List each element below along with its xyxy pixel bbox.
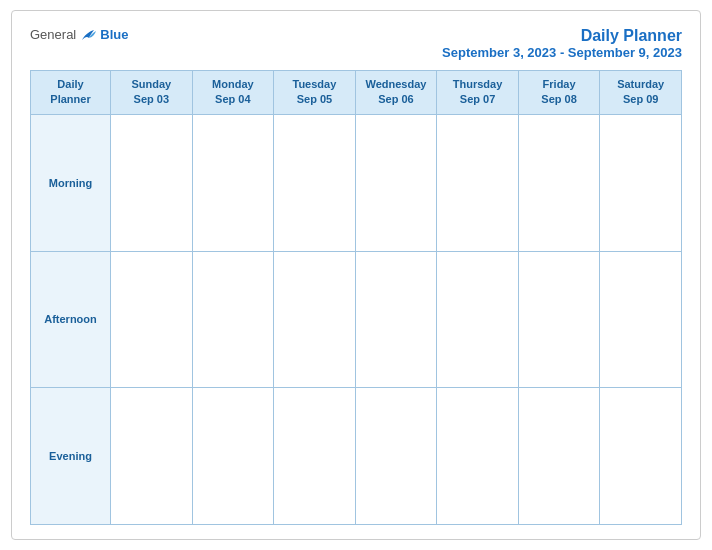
row-label-evening: Evening [31, 388, 111, 525]
cell-morning-tuesday[interactable] [274, 114, 356, 251]
header-thursday: ThursdaySep 07 [437, 71, 519, 115]
header-tuesday: TuesdaySep 05 [274, 71, 356, 115]
table-row-evening: Evening [31, 388, 682, 525]
cell-morning-wednesday[interactable] [355, 114, 437, 251]
cell-evening-monday[interactable] [192, 388, 274, 525]
cell-evening-sunday[interactable] [111, 388, 193, 525]
cell-evening-wednesday[interactable] [355, 388, 437, 525]
cell-evening-tuesday[interactable] [274, 388, 356, 525]
logo-bird-icon [80, 28, 98, 42]
cell-afternoon-tuesday[interactable] [274, 251, 356, 388]
header-saturday: SaturdaySep 09 [600, 71, 682, 115]
header-sunday: SundaySep 03 [111, 71, 193, 115]
row-label-afternoon: Afternoon [31, 251, 111, 388]
header-friday: FridaySep 08 [518, 71, 600, 115]
header-wednesday: WednesdaySep 06 [355, 71, 437, 115]
page: General Blue Daily Planner September 3, … [11, 10, 701, 540]
cell-morning-monday[interactable] [192, 114, 274, 251]
header-monday: MondaySep 04 [192, 71, 274, 115]
logo-text: General Blue [30, 27, 128, 42]
cell-morning-saturday[interactable] [600, 114, 682, 251]
title-area: Daily Planner September 3, 2023 - Septem… [442, 27, 682, 60]
cell-morning-thursday[interactable] [437, 114, 519, 251]
cell-afternoon-monday[interactable] [192, 251, 274, 388]
row-label-morning: Morning [31, 114, 111, 251]
planner-date-range: September 3, 2023 - September 9, 2023 [442, 45, 682, 60]
cell-evening-thursday[interactable] [437, 388, 519, 525]
header: General Blue Daily Planner September 3, … [30, 27, 682, 60]
calendar-table: DailyPlanner SundaySep 03 MondaySep 04 T… [30, 70, 682, 525]
table-header-row: DailyPlanner SundaySep 03 MondaySep 04 T… [31, 71, 682, 115]
cell-morning-sunday[interactable] [111, 114, 193, 251]
cell-afternoon-saturday[interactable] [600, 251, 682, 388]
cell-afternoon-friday[interactable] [518, 251, 600, 388]
cell-evening-saturday[interactable] [600, 388, 682, 525]
table-row-morning: Morning [31, 114, 682, 251]
cell-afternoon-wednesday[interactable] [355, 251, 437, 388]
cell-afternoon-thursday[interactable] [437, 251, 519, 388]
cell-afternoon-sunday[interactable] [111, 251, 193, 388]
planner-title: Daily Planner [442, 27, 682, 45]
logo-area: General Blue [30, 27, 128, 42]
header-daily-planner: DailyPlanner [31, 71, 111, 115]
cell-morning-friday[interactable] [518, 114, 600, 251]
logo-general-text: General [30, 27, 76, 42]
table-row-afternoon: Afternoon [31, 251, 682, 388]
logo-blue-text: Blue [100, 27, 128, 42]
cell-evening-friday[interactable] [518, 388, 600, 525]
